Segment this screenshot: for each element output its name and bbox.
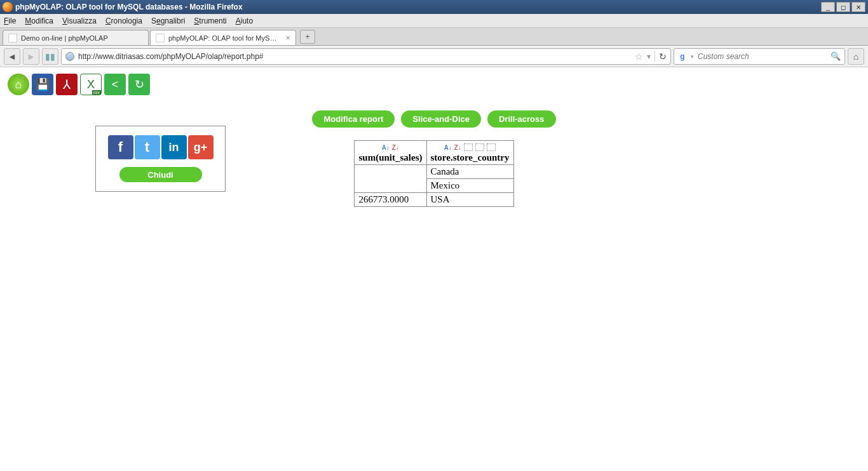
dimension-cell: Canada bbox=[426, 165, 513, 179]
menu-bookmarks[interactable]: Segnalibri bbox=[151, 17, 185, 25]
window-titlebar: phpMyOLAP: OLAP tool for MySQL databases… bbox=[0, 0, 868, 14]
url-text: http://www.ditriasas.com/phpMyOLAP/olap/… bbox=[78, 52, 631, 61]
report-table-wrap: sum(unit_sales) store.store_country Cana… bbox=[158, 140, 710, 207]
close-window-button[interactable]: ✕ bbox=[851, 2, 865, 12]
page-icon bbox=[8, 34, 17, 43]
save-icon[interactable]: 💾 bbox=[32, 74, 53, 95]
tab-report[interactable]: phpMyOLAP: OLAP tool for MySQL datab... … bbox=[150, 30, 296, 45]
close-tab-icon[interactable]: × bbox=[285, 33, 290, 43]
measure-cell: 266773.0000 bbox=[355, 193, 426, 207]
excel-icon[interactable]: X bbox=[80, 74, 102, 95]
menu-history[interactable]: Cronologia bbox=[105, 17, 142, 25]
menu-tools[interactable]: Strumenti bbox=[194, 17, 226, 25]
search-icon[interactable]: 🔍 bbox=[831, 51, 841, 61]
menu-file[interactable]: File bbox=[4, 17, 16, 25]
dimension-cell: USA bbox=[426, 193, 513, 207]
maximize-button[interactable]: ◻ bbox=[836, 2, 850, 12]
sort-asc-icon[interactable] bbox=[444, 143, 452, 151]
tab-demo[interactable]: Demo on-line | phpMyOLAP bbox=[3, 30, 149, 45]
pdf-icon[interactable]: ⅄ bbox=[56, 74, 78, 95]
menu-help[interactable]: Aiuto bbox=[236, 17, 253, 25]
firefox-icon bbox=[3, 2, 13, 12]
refresh-icon[interactable]: ↻ bbox=[128, 74, 150, 95]
minimize-button[interactable]: _ bbox=[821, 2, 835, 12]
dimension-header-label: store.store_country bbox=[431, 152, 510, 163]
chart-icon[interactable] bbox=[487, 143, 496, 151]
new-tab-button[interactable]: + bbox=[300, 30, 315, 44]
measure-header-label: sum(unit_sales) bbox=[358, 152, 422, 163]
menu-edit[interactable]: Modifica bbox=[25, 17, 53, 25]
linkedin-icon[interactable]: in bbox=[161, 135, 187, 159]
menu-bar: File Modifica Visualizza Cronologia Segn… bbox=[0, 14, 868, 28]
googleplus-icon[interactable]: g+ bbox=[188, 135, 214, 159]
home-icon[interactable]: ⌂ bbox=[8, 74, 29, 95]
drill-up-icon[interactable] bbox=[464, 143, 473, 151]
sort-desc-icon[interactable] bbox=[392, 144, 399, 151]
report-table: sum(unit_sales) store.store_country Cana… bbox=[354, 140, 513, 207]
social-row: f t in g+ bbox=[108, 135, 214, 159]
twitter-icon[interactable]: t bbox=[135, 135, 160, 159]
bookmark-star-icon[interactable]: ☆ bbox=[635, 51, 643, 62]
tab-label: Demo on-line | phpMyOLAP bbox=[21, 34, 143, 42]
home-button[interactable]: ⌂ bbox=[848, 48, 864, 65]
dimension-cell: Mexico bbox=[426, 179, 513, 193]
window-title: phpMyOLAP: OLAP tool for MySQL databases… bbox=[15, 3, 821, 11]
page-content: ⌂ 💾 ⅄ X < ↻ Modifica report Slice-and-Di… bbox=[0, 67, 868, 471]
site-identity-icon bbox=[65, 52, 74, 61]
dimension-header-cell: store.store_country bbox=[426, 141, 513, 165]
dropdown-icon[interactable]: ▾ bbox=[647, 52, 651, 61]
back-button[interactable]: ◄ bbox=[4, 48, 20, 65]
activity-button[interactable]: ▮▮ bbox=[42, 48, 58, 65]
nav-toolbar: ◄ ► ▮▮ http://www.ditriasas.com/phpMyOLA… bbox=[0, 46, 868, 67]
search-bar[interactable]: g ▾ 🔍 bbox=[674, 48, 845, 65]
table-row: Canada bbox=[355, 165, 513, 179]
modify-report-button[interactable]: Modifica report bbox=[312, 110, 395, 128]
tab-strip: Demo on-line | phpMyOLAP phpMyOLAP: OLAP… bbox=[0, 28, 868, 46]
slice-and-dice-button[interactable]: Slice-and-Dice bbox=[401, 110, 481, 128]
reload-icon[interactable]: ↻ bbox=[659, 51, 667, 62]
sort-desc-icon[interactable] bbox=[454, 143, 461, 151]
page-icon bbox=[156, 34, 165, 43]
action-buttons: Modifica report Slice-and-Dice Drill-acr… bbox=[158, 110, 710, 128]
search-input[interactable] bbox=[698, 52, 827, 61]
share-icon[interactable]: < bbox=[104, 74, 126, 95]
menu-view[interactable]: Visualizza bbox=[62, 17, 97, 25]
table-row: 266773.0000 USA bbox=[355, 193, 513, 207]
divider bbox=[654, 51, 655, 62]
tab-label: phpMyOLAP: OLAP tool for MySQL datab... bbox=[168, 34, 281, 42]
drill-across-button[interactable]: Drill-across bbox=[487, 110, 556, 128]
close-share-button[interactable]: Chiudi bbox=[119, 167, 202, 182]
measure-cell bbox=[355, 165, 426, 193]
url-bar[interactable]: http://www.ditriasas.com/phpMyOLAP/olap/… bbox=[61, 48, 671, 65]
facebook-icon[interactable]: f bbox=[108, 135, 133, 159]
app-toolbar: ⌂ 💾 ⅄ X < ↻ bbox=[8, 74, 860, 95]
sort-asc-icon[interactable] bbox=[382, 144, 390, 151]
google-icon: g bbox=[678, 52, 687, 61]
share-dialog: f t in g+ Chiudi bbox=[95, 126, 226, 192]
drill-down-icon[interactable] bbox=[475, 143, 484, 151]
forward-button[interactable]: ► bbox=[23, 48, 39, 65]
measure-header-cell: sum(unit_sales) bbox=[355, 141, 426, 165]
dropdown-icon[interactable]: ▾ bbox=[691, 53, 694, 60]
